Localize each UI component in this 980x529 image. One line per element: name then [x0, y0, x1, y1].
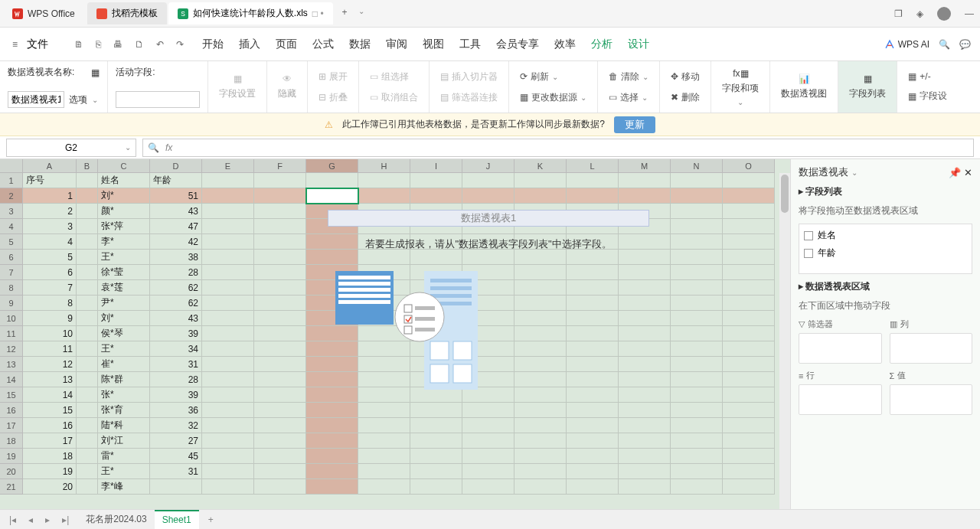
cell[interactable] [723, 280, 775, 296]
row-header[interactable]: 6 [0, 250, 23, 265]
cell[interactable] [514, 433, 567, 449]
cell[interactable]: 31 [150, 464, 202, 479]
col-header[interactable]: A [23, 159, 77, 173]
cell[interactable] [619, 188, 671, 204]
cell[interactable] [671, 433, 723, 449]
cell[interactable] [202, 372, 254, 387]
cell[interactable]: 张*育 [98, 403, 150, 418]
redo-icon[interactable]: ↷ [173, 36, 187, 53]
activefield-input[interactable] [116, 91, 200, 108]
cell[interactable]: 李*峰 [98, 479, 150, 495]
namebox[interactable]: G2 ⌄ [6, 139, 136, 157]
cell[interactable] [671, 341, 723, 357]
filter-area[interactable] [799, 333, 882, 364]
menu-审阅[interactable]: 审阅 [386, 38, 407, 51]
refresh-button[interactable]: ⟳刷新⌄ [517, 69, 590, 85]
cell[interactable]: 7 [23, 280, 77, 296]
add-sheet[interactable]: + [205, 514, 217, 525]
cell[interactable] [306, 449, 358, 464]
select-button[interactable]: ▭选择⌄ [606, 90, 652, 106]
wps-ai[interactable]: WPS AI [884, 39, 929, 50]
cell[interactable] [410, 418, 462, 433]
col-header[interactable]: I [410, 159, 462, 173]
cell[interactable] [671, 479, 723, 495]
menu-分析[interactable]: 分析 [591, 38, 612, 51]
col-header[interactable]: K [514, 159, 567, 173]
cell[interactable] [671, 372, 723, 387]
cell[interactable] [723, 357, 775, 372]
formula-bar[interactable]: 🔍 fx [142, 139, 974, 157]
cell[interactable] [462, 418, 514, 433]
tab-document[interactable]: S 如何快速统计年龄段人数.xls □ • [168, 2, 333, 24]
cell[interactable] [202, 464, 254, 479]
cell[interactable] [77, 234, 98, 250]
sheet-first[interactable]: |◂ [6, 514, 19, 525]
col-header[interactable]: F [254, 159, 306, 173]
sheet-last[interactable]: ▸| [59, 514, 72, 525]
cell[interactable] [619, 433, 671, 449]
new-tab-button[interactable]: + [335, 2, 355, 24]
printer-icon[interactable]: 🖶 [110, 36, 126, 53]
cell[interactable]: 尹* [98, 296, 150, 311]
cell[interactable] [671, 234, 723, 250]
cell[interactable] [254, 296, 306, 311]
cell[interactable]: 10 [23, 326, 77, 341]
pivot-name-input[interactable] [8, 91, 64, 108]
menu-插入[interactable]: 插入 [239, 38, 260, 51]
cell[interactable]: 16 [23, 418, 77, 433]
cell[interactable] [410, 479, 462, 495]
cell[interactable] [723, 403, 775, 418]
cell[interactable]: 颜* [98, 204, 150, 219]
cell[interactable] [567, 464, 619, 479]
cell[interactable]: 39 [150, 387, 202, 403]
cell[interactable] [567, 173, 619, 188]
cell[interactable] [77, 280, 98, 296]
tab-dropdown[interactable]: ⌄ [355, 2, 368, 24]
cell[interactable] [723, 234, 775, 250]
cell[interactable] [358, 188, 410, 204]
cell[interactable]: 雷* [98, 449, 150, 464]
cell[interactable] [254, 387, 306, 403]
menu-会员专享[interactable]: 会员专享 [496, 38, 539, 51]
cell[interactable] [723, 387, 775, 403]
cell[interactable]: 9 [23, 311, 77, 326]
cell[interactable] [723, 449, 775, 464]
cell[interactable] [306, 188, 358, 204]
fieldset2-button[interactable]: ▦字段设 [905, 88, 950, 104]
cell[interactable] [202, 296, 254, 311]
value-area[interactable] [890, 384, 973, 415]
col-header[interactable]: G [306, 159, 358, 173]
row-header[interactable]: 11 [0, 326, 23, 341]
cell[interactable] [254, 433, 306, 449]
pivotchart-button[interactable]: 📊数据透视图 [770, 61, 838, 113]
col-header[interactable]: J [462, 159, 514, 173]
cell[interactable] [514, 173, 567, 188]
col-header[interactable]: E [202, 159, 254, 173]
cell[interactable] [358, 433, 410, 449]
cell[interactable] [77, 173, 98, 188]
cell[interactable]: 13 [23, 372, 77, 387]
cell[interactable] [671, 173, 723, 188]
cell[interactable] [358, 418, 410, 433]
fx-icon[interactable]: fx [165, 142, 172, 153]
cell[interactable]: 28 [150, 372, 202, 387]
cell[interactable] [202, 433, 254, 449]
row-header[interactable]: 4 [0, 219, 23, 234]
cell[interactable] [723, 372, 775, 387]
search-icon[interactable]: 🔍 [939, 39, 950, 50]
cell[interactable] [567, 479, 619, 495]
cell[interactable] [671, 464, 723, 479]
cell[interactable] [619, 449, 671, 464]
cell[interactable] [254, 265, 306, 280]
cell[interactable]: 43 [150, 204, 202, 219]
cell[interactable] [723, 311, 775, 326]
cell[interactable] [254, 464, 306, 479]
cell[interactable] [567, 433, 619, 449]
cell[interactable] [202, 250, 254, 265]
cell[interactable] [254, 418, 306, 433]
close-icon[interactable]: ✕ [964, 167, 972, 178]
cell[interactable] [619, 418, 671, 433]
cell[interactable]: 袁*莲 [98, 280, 150, 296]
row-header[interactable]: 13 [0, 357, 23, 372]
menu-效率[interactable]: 效率 [554, 38, 576, 51]
